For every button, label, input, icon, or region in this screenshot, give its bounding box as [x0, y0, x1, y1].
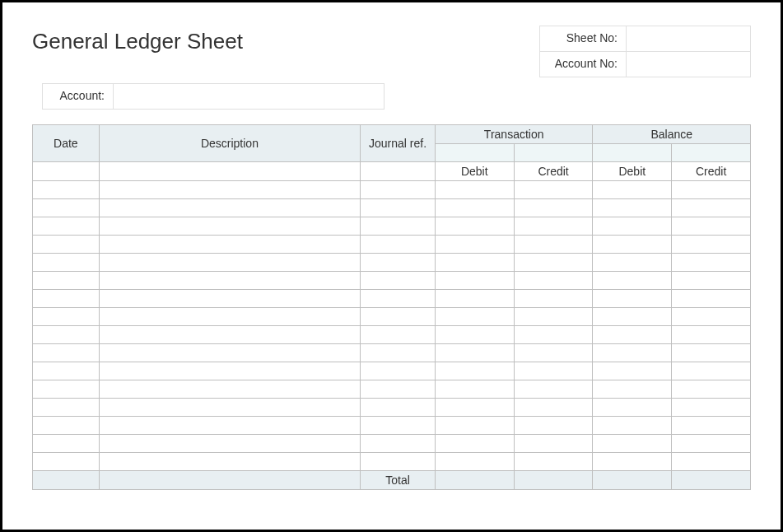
cell-t_credit[interactable]: [514, 326, 593, 344]
cell-journal_ref[interactable]: [361, 236, 436, 254]
cell-description[interactable]: [99, 254, 361, 272]
cell-date[interactable]: [33, 217, 100, 236]
cell-journal_ref[interactable]: [361, 453, 436, 471]
cell-t_debit[interactable]: [435, 254, 514, 272]
cell-date[interactable]: [33, 380, 100, 399]
cell-description[interactable]: [99, 290, 361, 308]
cell-b_credit[interactable]: [672, 380, 751, 399]
empty-cell[interactable]: [33, 162, 100, 181]
cell-t_credit[interactable]: [514, 236, 593, 254]
cell-b_credit[interactable]: [672, 362, 751, 380]
cell-journal_ref[interactable]: [361, 417, 436, 435]
cell-date[interactable]: [33, 308, 100, 326]
cell-description[interactable]: [99, 217, 361, 236]
empty-cell[interactable]: [99, 162, 361, 181]
empty-cell[interactable]: [361, 162, 436, 181]
account-no-value[interactable]: [627, 52, 750, 77]
cell-b_credit[interactable]: [672, 254, 751, 272]
cell-journal_ref[interactable]: [361, 254, 436, 272]
cell-b_debit[interactable]: [593, 362, 672, 380]
cell-t_debit[interactable]: [435, 380, 514, 399]
cell-date[interactable]: [33, 417, 100, 435]
cell-b_debit[interactable]: [593, 254, 672, 272]
cell-b_debit[interactable]: [593, 435, 672, 453]
cell-date[interactable]: [33, 199, 100, 217]
cell-b_credit[interactable]: [672, 326, 751, 344]
cell-date[interactable]: [33, 254, 100, 272]
cell-description[interactable]: [99, 236, 361, 254]
cell-b_debit[interactable]: [593, 344, 672, 362]
cell-b_debit[interactable]: [593, 236, 672, 254]
cell-t_debit[interactable]: [435, 308, 514, 326]
cell-t_credit[interactable]: [514, 272, 593, 290]
cell-journal_ref[interactable]: [361, 362, 436, 380]
cell-t_debit[interactable]: [435, 199, 514, 217]
cell-journal_ref[interactable]: [361, 380, 436, 399]
cell-t_credit[interactable]: [514, 344, 593, 362]
cell-b_debit[interactable]: [593, 380, 672, 399]
cell-t_debit[interactable]: [435, 362, 514, 380]
cell-t_credit[interactable]: [514, 308, 593, 326]
cell-description[interactable]: [99, 380, 361, 399]
cell-journal_ref[interactable]: [361, 344, 436, 362]
cell-journal_ref[interactable]: [361, 326, 436, 344]
cell-t_debit[interactable]: [435, 453, 514, 471]
cell-b_credit[interactable]: [672, 290, 751, 308]
cell-journal_ref[interactable]: [361, 217, 436, 236]
account-value[interactable]: [114, 84, 384, 109]
cell-journal_ref[interactable]: [361, 290, 436, 308]
cell-journal_ref[interactable]: [361, 435, 436, 453]
cell-t_credit[interactable]: [514, 254, 593, 272]
cell-b_debit[interactable]: [593, 399, 672, 417]
cell-b_debit[interactable]: [593, 217, 672, 236]
cell-t_credit[interactable]: [514, 217, 593, 236]
cell-t_credit[interactable]: [514, 290, 593, 308]
cell-date[interactable]: [33, 272, 100, 290]
cell-b_debit[interactable]: [593, 308, 672, 326]
cell-description[interactable]: [99, 417, 361, 435]
cell-b_credit[interactable]: [672, 236, 751, 254]
cell-date[interactable]: [33, 290, 100, 308]
cell-description[interactable]: [99, 399, 361, 417]
cell-b_credit[interactable]: [672, 435, 751, 453]
cell-t_debit[interactable]: [435, 290, 514, 308]
cell-b_debit[interactable]: [593, 199, 672, 217]
cell-description[interactable]: [99, 326, 361, 344]
cell-t_debit[interactable]: [435, 399, 514, 417]
cell-t_debit[interactable]: [435, 217, 514, 236]
cell-t_credit[interactable]: [514, 380, 593, 399]
cell-journal_ref[interactable]: [361, 272, 436, 290]
cell-b_credit[interactable]: [672, 199, 751, 217]
cell-date[interactable]: [33, 344, 100, 362]
cell-date[interactable]: [33, 435, 100, 453]
cell-t_debit[interactable]: [435, 236, 514, 254]
cell-description[interactable]: [99, 362, 361, 380]
cell-b_debit[interactable]: [593, 453, 672, 471]
cell-b_debit[interactable]: [593, 181, 672, 199]
cell-t_debit[interactable]: [435, 181, 514, 199]
cell-t_credit[interactable]: [514, 199, 593, 217]
cell-b_credit[interactable]: [672, 417, 751, 435]
cell-t_credit[interactable]: [514, 362, 593, 380]
cell-journal_ref[interactable]: [361, 199, 436, 217]
cell-b_credit[interactable]: [672, 399, 751, 417]
cell-b_credit[interactable]: [672, 272, 751, 290]
sheet-no-value[interactable]: [627, 26, 750, 51]
cell-b_debit[interactable]: [593, 326, 672, 344]
cell-b_credit[interactable]: [672, 453, 751, 471]
cell-journal_ref[interactable]: [361, 181, 436, 199]
cell-t_debit[interactable]: [435, 417, 514, 435]
cell-t_debit[interactable]: [435, 326, 514, 344]
cell-b_credit[interactable]: [672, 344, 751, 362]
cell-t_debit[interactable]: [435, 435, 514, 453]
cell-b_debit[interactable]: [593, 417, 672, 435]
cell-date[interactable]: [33, 236, 100, 254]
cell-date[interactable]: [33, 326, 100, 344]
cell-b_credit[interactable]: [672, 308, 751, 326]
cell-t_credit[interactable]: [514, 399, 593, 417]
cell-b_debit[interactable]: [593, 272, 672, 290]
cell-description[interactable]: [99, 308, 361, 326]
cell-description[interactable]: [99, 344, 361, 362]
cell-description[interactable]: [99, 272, 361, 290]
cell-t_credit[interactable]: [514, 181, 593, 199]
